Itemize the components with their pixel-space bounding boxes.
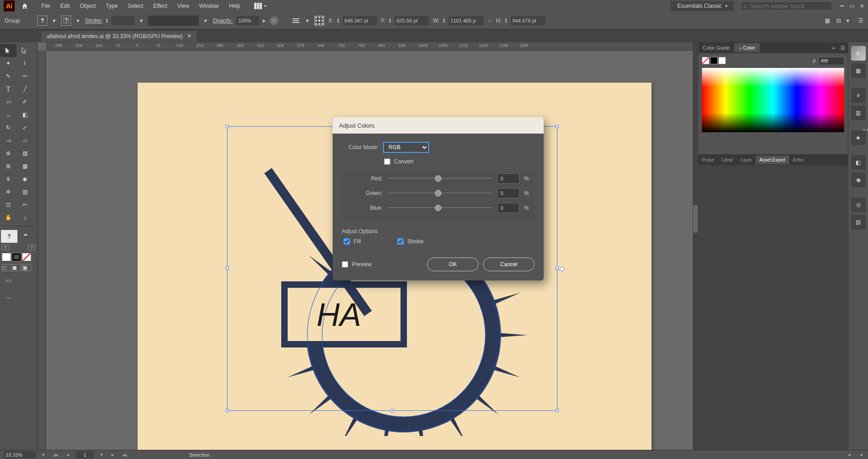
workspace-switcher[interactable]: Essentials Classic ▾	[671, 1, 734, 11]
stroke-weight-input[interactable]	[111, 16, 134, 25]
first-artboard-icon[interactable]: ⏮	[51, 452, 60, 458]
stroke-weight-stepper[interactable]: ▴▾	[106, 18, 108, 23]
tab-close-icon[interactable]: ✕	[187, 33, 191, 39]
cancel-button[interactable]: Cancel	[483, 257, 534, 271]
menu-file[interactable]: File	[37, 1, 55, 11]
preview-checkbox[interactable]	[342, 261, 348, 268]
menu-effect[interactable]: Effect	[149, 1, 172, 11]
green-slider[interactable]	[387, 189, 493, 198]
brush-drop[interactable]: ▾	[202, 17, 209, 24]
eraser-tool[interactable]: ◧	[17, 108, 33, 121]
screen-mode-icon[interactable]: ▭	[0, 274, 17, 287]
blue-value-input[interactable]	[497, 203, 519, 213]
minimize-icon[interactable]: ━	[840, 3, 844, 9]
tab-color[interactable]: ⟐Color	[734, 43, 760, 52]
zoom-tool[interactable]: ⌕	[17, 211, 33, 224]
magic-wand-tool[interactable]: ✦	[0, 57, 17, 70]
free-transform-tool[interactable]: ▱	[17, 134, 33, 147]
close-icon[interactable]: ✕	[860, 3, 864, 9]
menu-edit[interactable]: Edit	[56, 1, 74, 11]
color-mode-select[interactable]: RGB	[383, 142, 429, 153]
w-stepper[interactable]: ▴▾	[443, 18, 445, 23]
transform-reference-icon[interactable]	[314, 16, 324, 26]
green-value-input[interactable]	[497, 188, 519, 198]
convert-checkbox[interactable]	[384, 158, 390, 165]
stroke-checkbox[interactable]	[397, 238, 404, 245]
draw-behind-icon[interactable]: ◼	[12, 264, 21, 271]
slice-tool[interactable]: ✂	[17, 198, 33, 211]
arrange-docs-icon[interactable]: ▾	[254, 3, 267, 9]
tab-asset-export[interactable]: Asset Export	[756, 156, 789, 164]
artboard-dropdown[interactable]: ▾	[99, 452, 105, 458]
menu-select[interactable]: Select	[123, 1, 148, 11]
stroke-color-box[interactable]	[12, 253, 21, 261]
dock-graphic-styles-icon[interactable]: ◎	[851, 197, 866, 212]
shape-mode-icon[interactable]: ▦	[825, 17, 830, 24]
v-scroll-thumb[interactable]	[693, 205, 698, 233]
toolbox-toggle[interactable]: ◂▸	[17, 228, 34, 241]
rotation-handle[interactable]	[560, 267, 564, 271]
dock-color-icon[interactable]: ◐	[851, 46, 866, 61]
mesh-tool[interactable]: ⊞	[0, 160, 17, 173]
panel-menu-icon[interactable]: ☰	[838, 45, 848, 51]
gradient-tool[interactable]: ▦	[17, 160, 33, 173]
tab-libraries[interactable]: Librar	[718, 156, 737, 164]
lasso-tool[interactable]: ⌇	[17, 57, 33, 70]
symbol-sprayer-tool[interactable]: ✲	[0, 185, 17, 198]
ruler-horizontal[interactable]: 288 216 144 72 0 72 144 216 288 360 432 …	[46, 42, 698, 50]
fill-option[interactable]: Fill	[344, 238, 361, 245]
opacity-arrow-icon[interactable]: ▸	[263, 17, 266, 24]
menu-window[interactable]: Window	[195, 1, 223, 11]
menu-object[interactable]: Object	[75, 1, 100, 11]
hscroll-left[interactable]: ▸	[847, 452, 853, 458]
dock-gradient-icon[interactable]: ▥	[851, 106, 866, 120]
zoom-dropdown[interactable]: ▾	[40, 452, 47, 458]
fill-checkbox[interactable]	[344, 238, 350, 245]
stroke-mode-swatch[interactable]: ?	[28, 245, 35, 250]
fill-swatch[interactable]: ?	[37, 16, 47, 26]
menu-help[interactable]: Help	[224, 1, 245, 11]
paintbrush-tool[interactable]: ✐	[17, 95, 33, 108]
x-input[interactable]	[343, 16, 377, 25]
h-stepper[interactable]: ▴▾	[505, 18, 507, 23]
maximize-icon[interactable]: ▭	[849, 3, 854, 9]
align-drop[interactable]: ▾	[304, 17, 311, 24]
last-artboard-icon[interactable]: ⏭	[121, 452, 129, 458]
controlbar-more[interactable]: ▾	[845, 17, 851, 24]
sel-handle-e[interactable]	[556, 267, 559, 270]
dock-swatches-icon[interactable]: ▦	[851, 63, 866, 78]
x-stepper[interactable]: ▴▾	[337, 18, 339, 23]
ok-button[interactable]: OK	[427, 257, 479, 271]
pen-tool[interactable]: ✎	[0, 70, 17, 83]
none-swatch[interactable]	[702, 57, 709, 64]
opacity-input[interactable]	[236, 16, 259, 25]
sel-handle-s[interactable]	[390, 409, 394, 412]
sel-handle-sw[interactable]	[226, 409, 229, 412]
fill-dropdown[interactable]: ▾	[51, 17, 57, 24]
selection-tool[interactable]	[0, 44, 17, 57]
scale-tool[interactable]: ⤢	[17, 121, 33, 134]
align-icon[interactable]	[291, 17, 300, 25]
home-icon[interactable]	[19, 0, 30, 11]
y-stepper[interactable]: ▴▾	[389, 18, 391, 23]
sel-handle-ne[interactable]	[556, 125, 559, 128]
fill-color-box[interactable]	[2, 253, 11, 261]
rotate-tool[interactable]: ↻	[0, 121, 17, 134]
graph-tool[interactable]: ▥	[17, 185, 33, 198]
stroke-option[interactable]: Stroke	[397, 238, 423, 245]
shaper-tool[interactable]: ⌓	[0, 108, 17, 121]
brush-definition[interactable]	[148, 16, 199, 26]
color-spectrum[interactable]	[702, 68, 844, 132]
curvature-tool[interactable]: 〜	[17, 70, 33, 83]
hex-input[interactable]	[818, 57, 844, 65]
width-tool[interactable]: ◅	[0, 134, 17, 147]
black-swatch[interactable]	[710, 57, 718, 64]
tab-layers[interactable]: Layer	[737, 156, 756, 164]
hscroll-right[interactable]: ◂	[858, 452, 864, 458]
hand-tool[interactable]: ✋	[0, 211, 17, 224]
dock-layers-icon[interactable]: ▤	[851, 215, 866, 230]
artboard-number-input[interactable]	[76, 451, 94, 459]
panel-collapse-icon[interactable]: »	[829, 45, 838, 50]
h-input[interactable]	[511, 16, 545, 25]
line-tool[interactable]: ╱	[17, 83, 33, 95]
